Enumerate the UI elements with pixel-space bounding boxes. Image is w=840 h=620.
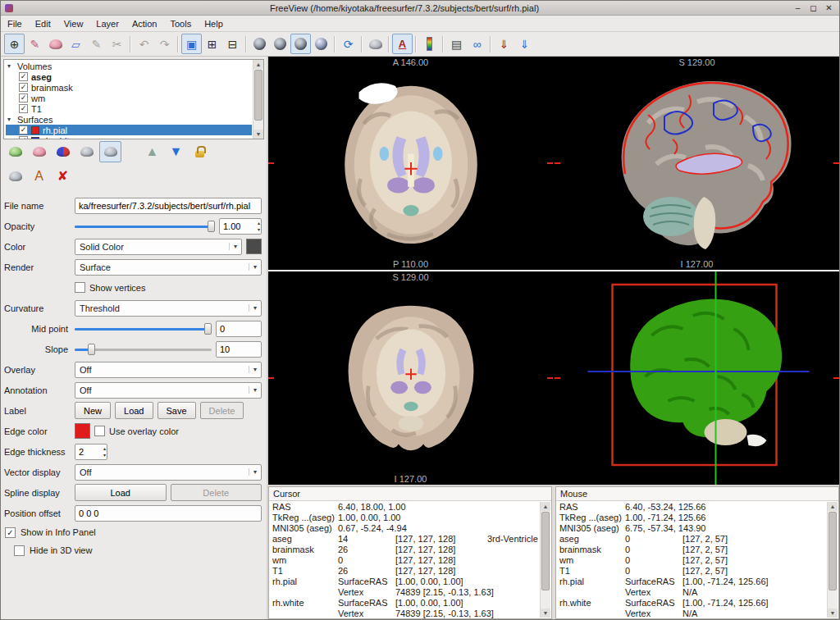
scroll-up-icon[interactable]: ▲ (828, 502, 838, 511)
scissors-button[interactable]: ✂ (107, 34, 127, 54)
layer-checkbox[interactable]: ✓ (19, 93, 28, 103)
color-combo[interactable]: Solid Color ▾ (75, 239, 242, 255)
menu-edit[interactable]: Edit (29, 16, 57, 31)
cursor-panel-scrollbar[interactable]: ▲ ▼ (540, 502, 550, 618)
smooth-surface-button[interactable] (75, 141, 98, 162)
roi-edit-button[interactable]: ▱ (66, 34, 86, 54)
show-surfaces-button[interactable] (365, 34, 386, 54)
save-screenshot-button[interactable]: ⇓ (514, 34, 535, 54)
mouse-panel-header[interactable]: Mouse (556, 487, 838, 501)
cursor-panel-header[interactable]: Cursor (269, 487, 551, 501)
label-edit-button[interactable]: A (28, 166, 50, 187)
colorbar-button[interactable] (419, 34, 440, 54)
slope-slider[interactable] (75, 343, 212, 356)
tree-item-aseg[interactable]: ✓ aseg (6, 71, 252, 82)
scrollbar-thumb[interactable] (541, 512, 550, 590)
menu-view[interactable]: View (57, 16, 90, 31)
hide-in-3d-checkbox[interactable] (14, 545, 25, 556)
vector-display-combo[interactable]: Off ▾ (75, 464, 262, 481)
render-options-button[interactable] (99, 141, 121, 162)
label-load-button[interactable]: Load (115, 402, 153, 419)
spinner-arrows-icon[interactable]: ▴▾ (103, 445, 106, 458)
tree-item-wm[interactable]: ✓ wm (6, 93, 252, 103)
text-annotation-button[interactable]: A (392, 34, 413, 54)
position-offset-input[interactable] (75, 505, 262, 522)
scroll-up-icon[interactable]: ▲ (541, 502, 550, 511)
label-delete-button[interactable]: Delete (200, 402, 244, 419)
view-coronal-button[interactable] (270, 34, 290, 54)
save-surface-button[interactable] (28, 141, 50, 162)
file-name-input[interactable] (75, 198, 262, 214)
mouse-panel-scrollbar[interactable]: ▲ ▼ (827, 502, 838, 618)
tree-group-surfaces[interactable]: ▾ Surfaces (6, 114, 252, 125)
spinner-arrows-icon[interactable]: ▴▾ (258, 220, 260, 233)
opacity-value-input[interactable] (219, 218, 262, 235)
render-combo[interactable]: Surface ▾ (75, 259, 262, 276)
save-volume-button[interactable]: ⇓ (494, 34, 514, 54)
color-swatch-button[interactable] (246, 239, 262, 254)
three-d-view[interactable] (555, 271, 839, 485)
maximize-button[interactable]: ◻ (807, 3, 819, 12)
layout-2x2-button[interactable]: ⊞ (202, 34, 222, 54)
sagittal-view[interactable]: S 129.00 I 127.00 (555, 57, 839, 270)
show-in-info-panel-checkbox[interactable]: ✓ (5, 527, 16, 538)
menu-file[interactable]: File (1, 16, 29, 31)
layout-1x3-button[interactable]: ⊟ (222, 34, 243, 54)
view-axial-button[interactable] (290, 34, 311, 54)
overlay-combo[interactable]: Off ▾ (75, 362, 262, 378)
menu-layer[interactable]: Layer (89, 16, 126, 31)
voxel-edit-button[interactable]: ✎ (25, 34, 45, 54)
opacity-slider[interactable] (75, 220, 215, 233)
layer-checkbox[interactable]: ✓ (19, 72, 28, 81)
curvature-combo[interactable]: Threshold ▾ (75, 300, 262, 317)
layer-checkbox[interactable]: ✓ (19, 83, 28, 92)
scroll-down-icon[interactable]: ▼ (253, 130, 263, 139)
scrollbar-thumb[interactable] (829, 512, 837, 590)
slope-input[interactable] (216, 341, 262, 358)
spline-delete-button[interactable]: Delete (171, 484, 262, 501)
tree-item-t1[interactable]: ✓ T1 (6, 103, 252, 114)
label-save-button[interactable]: Save (158, 402, 196, 419)
tree-item-rh-pial[interactable]: ✓ rh.pial (6, 125, 252, 135)
view-sagittal-button[interactable] (249, 34, 270, 54)
menu-tools[interactable]: Tools (163, 16, 198, 31)
refresh-button[interactable]: ⟳ (338, 34, 358, 54)
axial-view[interactable]: A 146.00 (268, 57, 553, 270)
menu-action[interactable]: Action (126, 16, 164, 31)
pointset-edit-button[interactable]: ✎ (86, 34, 107, 54)
scroll-up-icon[interactable]: ▲ (253, 60, 263, 69)
navigate-button[interactable]: ⊕ (4, 34, 25, 54)
scroll-down-icon[interactable]: ▼ (541, 609, 550, 618)
close-button[interactable]: ✕ (823, 3, 835, 12)
tree-item-brainmask[interactable]: ✓ brainmask (6, 82, 252, 93)
tree-group-volumes[interactable]: ▾ Volumes (6, 61, 252, 71)
mid-point-slider[interactable] (75, 322, 212, 335)
tree-item-rh-white[interactable]: ✓ rh.white (6, 135, 252, 139)
spline-load-button[interactable]: Load (75, 484, 167, 501)
redo-button[interactable]: ↷ (154, 34, 175, 54)
move-layer-down-button[interactable]: ▼ (165, 141, 187, 162)
layer-tree[interactable]: ▾ Volumes ✓ aseg ✓ brainmask ✓ wm (3, 59, 264, 139)
show-vertices-checkbox[interactable] (75, 282, 85, 293)
undo-button[interactable]: ↶ (134, 34, 154, 54)
minimize-button[interactable]: – (792, 3, 804, 12)
layer-checkbox[interactable]: ✓ (19, 136, 28, 139)
show-in-3d-button[interactable] (4, 166, 26, 187)
use-overlay-color-checkbox[interactable] (94, 426, 105, 436)
scrollbar-thumb[interactable] (254, 70, 262, 121)
scroll-down-icon[interactable]: ▼ (828, 609, 838, 618)
layer-checkbox[interactable]: ✓ (19, 104, 28, 113)
move-layer-up-button[interactable]: ▲ (141, 141, 163, 162)
lock-layer-button[interactable] (189, 141, 211, 162)
edge-color-swatch-button[interactable] (75, 423, 90, 439)
recon-edit-button[interactable] (45, 34, 66, 54)
annotation-combo[interactable]: Off ▾ (75, 382, 262, 399)
tree-scrollbar[interactable]: ▲ ▼ (253, 60, 263, 139)
titlebar[interactable]: FreeView (/home/kiyotaka/freesurfer/7.3.… (1, 1, 839, 16)
coronal-view[interactable]: S 129.00 I 127.00 (268, 271, 553, 485)
view-3d-button[interactable] (311, 34, 331, 54)
mid-point-input[interactable] (216, 321, 262, 337)
load-surface-button[interactable] (4, 141, 26, 162)
movie-button[interactable]: ▤ (446, 34, 467, 54)
remove-surface-button[interactable]: ✘ (52, 166, 74, 187)
